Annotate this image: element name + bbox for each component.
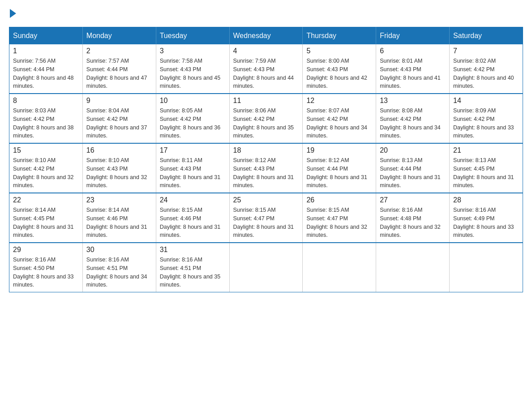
calendar-cell: 22 Sunrise: 8:14 AMSunset: 4:45 PMDaylig… [9, 193, 83, 243]
calendar-header-row: SundayMondayTuesdayWednesdayThursdayFrid… [9, 27, 523, 45]
day-info: Sunrise: 7:57 AMSunset: 4:44 PMDaylight:… [86, 58, 147, 89]
calendar-cell: 24 Sunrise: 8:15 AMSunset: 4:46 PMDaylig… [156, 193, 229, 243]
day-info: Sunrise: 8:12 AMSunset: 4:43 PMDaylight:… [233, 157, 294, 188]
day-info: Sunrise: 8:15 AMSunset: 4:46 PMDaylight:… [160, 207, 221, 238]
day-number: 5 [306, 47, 372, 55]
calendar-cell: 5 Sunrise: 8:00 AMSunset: 4:43 PMDayligh… [303, 44, 376, 94]
calendar-cell [229, 243, 303, 292]
calendar-cell [450, 243, 523, 292]
day-info: Sunrise: 8:12 AMSunset: 4:44 PMDaylight:… [306, 157, 367, 188]
day-info: Sunrise: 8:16 AMSunset: 4:48 PMDaylight:… [380, 207, 441, 238]
weekday-header-monday: Monday [82, 27, 156, 45]
day-info: Sunrise: 8:15 AMSunset: 4:47 PMDaylight:… [306, 207, 367, 238]
day-info: Sunrise: 8:16 AMSunset: 4:51 PMDaylight:… [160, 257, 221, 288]
day-info: Sunrise: 8:13 AMSunset: 4:45 PMDaylight:… [453, 157, 514, 188]
day-number: 8 [13, 97, 79, 105]
day-number: 4 [233, 47, 299, 55]
calendar-cell [376, 243, 450, 292]
day-info: Sunrise: 8:04 AMSunset: 4:42 PMDaylight:… [86, 107, 147, 139]
calendar-cell: 27 Sunrise: 8:16 AMSunset: 4:48 PMDaylig… [376, 193, 450, 243]
day-info: Sunrise: 8:01 AMSunset: 4:43 PMDaylight:… [380, 58, 441, 89]
calendar-cell: 23 Sunrise: 8:14 AMSunset: 4:46 PMDaylig… [82, 193, 156, 243]
day-number: 19 [306, 146, 372, 154]
weekday-header-friday: Friday [376, 27, 450, 45]
day-number: 29 [13, 246, 79, 254]
calendar-week-row: 1 Sunrise: 7:56 AMSunset: 4:44 PMDayligh… [9, 44, 523, 94]
day-number: 23 [86, 196, 152, 204]
calendar-cell: 26 Sunrise: 8:15 AMSunset: 4:47 PMDaylig… [303, 193, 376, 243]
day-number: 14 [453, 97, 519, 105]
calendar-cell: 14 Sunrise: 8:09 AMSunset: 4:42 PMDaylig… [450, 94, 523, 143]
calendar-cell [303, 243, 376, 292]
day-info: Sunrise: 8:16 AMSunset: 4:50 PMDaylight:… [13, 257, 74, 288]
calendar-cell: 28 Sunrise: 8:16 AMSunset: 4:49 PMDaylig… [450, 193, 523, 243]
calendar-cell: 12 Sunrise: 8:07 AMSunset: 4:42 PMDaylig… [303, 94, 376, 143]
day-info: Sunrise: 8:15 AMSunset: 4:47 PMDaylight:… [233, 207, 294, 238]
day-info: Sunrise: 7:59 AMSunset: 4:43 PMDaylight:… [233, 58, 294, 89]
weekday-header-tuesday: Tuesday [156, 27, 229, 45]
calendar-cell: 2 Sunrise: 7:57 AMSunset: 4:44 PMDayligh… [82, 44, 156, 94]
day-info: Sunrise: 8:06 AMSunset: 4:42 PMDaylight:… [233, 107, 294, 139]
day-number: 18 [233, 146, 299, 154]
day-number: 17 [160, 146, 226, 154]
day-info: Sunrise: 8:16 AMSunset: 4:49 PMDaylight:… [453, 207, 514, 238]
day-info: Sunrise: 8:10 AMSunset: 4:42 PMDaylight:… [13, 157, 74, 188]
calendar-cell: 20 Sunrise: 8:13 AMSunset: 4:44 PMDaylig… [376, 143, 450, 193]
calendar-week-row: 22 Sunrise: 8:14 AMSunset: 4:45 PMDaylig… [9, 193, 523, 243]
calendar-cell: 9 Sunrise: 8:04 AMSunset: 4:42 PMDayligh… [82, 94, 156, 143]
calendar-cell: 30 Sunrise: 8:16 AMSunset: 4:51 PMDaylig… [82, 243, 156, 292]
calendar-cell: 13 Sunrise: 8:08 AMSunset: 4:42 PMDaylig… [376, 94, 450, 143]
day-info: Sunrise: 8:16 AMSunset: 4:51 PMDaylight:… [86, 257, 147, 288]
day-number: 12 [306, 97, 372, 105]
day-number: 3 [160, 47, 226, 55]
calendar-week-row: 8 Sunrise: 8:03 AMSunset: 4:42 PMDayligh… [9, 94, 523, 143]
day-info: Sunrise: 8:11 AMSunset: 4:43 PMDaylight:… [160, 157, 221, 188]
calendar-cell: 16 Sunrise: 8:10 AMSunset: 4:43 PMDaylig… [82, 143, 156, 193]
calendar-cell: 25 Sunrise: 8:15 AMSunset: 4:47 PMDaylig… [229, 193, 303, 243]
logo-arrow-icon [10, 9, 16, 18]
day-info: Sunrise: 8:07 AMSunset: 4:42 PMDaylight:… [306, 107, 367, 139]
calendar-cell: 18 Sunrise: 8:12 AMSunset: 4:43 PMDaylig… [229, 143, 303, 193]
day-info: Sunrise: 8:13 AMSunset: 4:44 PMDaylight:… [380, 157, 441, 188]
day-info: Sunrise: 8:09 AMSunset: 4:42 PMDaylight:… [453, 107, 514, 139]
day-number: 6 [380, 47, 446, 55]
day-number: 1 [13, 47, 79, 55]
day-number: 9 [86, 97, 152, 105]
day-info: Sunrise: 8:14 AMSunset: 4:46 PMDaylight:… [86, 207, 147, 238]
calendar-cell: 7 Sunrise: 8:02 AMSunset: 4:42 PMDayligh… [450, 44, 523, 94]
weekday-header-wednesday: Wednesday [229, 27, 303, 45]
calendar-cell: 3 Sunrise: 7:58 AMSunset: 4:43 PMDayligh… [156, 44, 229, 94]
page-header [9, 9, 523, 18]
calendar-cell: 21 Sunrise: 8:13 AMSunset: 4:45 PMDaylig… [450, 143, 523, 193]
day-info: Sunrise: 8:00 AMSunset: 4:43 PMDaylight:… [306, 58, 367, 89]
day-info: Sunrise: 8:05 AMSunset: 4:42 PMDaylight:… [160, 107, 221, 139]
day-number: 11 [233, 97, 299, 105]
calendar-cell: 10 Sunrise: 8:05 AMSunset: 4:42 PMDaylig… [156, 94, 229, 143]
day-info: Sunrise: 8:08 AMSunset: 4:42 PMDaylight:… [380, 107, 441, 139]
day-number: 24 [160, 196, 226, 204]
day-info: Sunrise: 8:14 AMSunset: 4:45 PMDaylight:… [13, 207, 74, 238]
day-number: 7 [453, 47, 519, 55]
calendar-cell: 6 Sunrise: 8:01 AMSunset: 4:43 PMDayligh… [376, 44, 450, 94]
calendar-cell: 19 Sunrise: 8:12 AMSunset: 4:44 PMDaylig… [303, 143, 376, 193]
day-number: 21 [453, 146, 519, 154]
calendar-cell: 4 Sunrise: 7:59 AMSunset: 4:43 PMDayligh… [229, 44, 303, 94]
calendar-cell: 1 Sunrise: 7:56 AMSunset: 4:44 PMDayligh… [9, 44, 83, 94]
weekday-header-sunday: Sunday [9, 27, 83, 45]
day-info: Sunrise: 7:58 AMSunset: 4:43 PMDaylight:… [160, 58, 221, 89]
day-number: 16 [86, 146, 152, 154]
calendar-week-row: 15 Sunrise: 8:10 AMSunset: 4:42 PMDaylig… [9, 143, 523, 193]
day-number: 10 [160, 97, 226, 105]
day-number: 27 [380, 196, 446, 204]
calendar-cell: 8 Sunrise: 8:03 AMSunset: 4:42 PMDayligh… [9, 94, 83, 143]
calendar-week-row: 29 Sunrise: 8:16 AMSunset: 4:50 PMDaylig… [9, 243, 523, 292]
day-number: 30 [86, 246, 152, 254]
day-number: 31 [160, 246, 226, 254]
calendar-cell: 11 Sunrise: 8:06 AMSunset: 4:42 PMDaylig… [229, 94, 303, 143]
day-number: 13 [380, 97, 446, 105]
logo [9, 9, 17, 18]
day-number: 26 [306, 196, 372, 204]
day-info: Sunrise: 8:02 AMSunset: 4:42 PMDaylight:… [453, 58, 514, 89]
calendar-cell: 17 Sunrise: 8:11 AMSunset: 4:43 PMDaylig… [156, 143, 229, 193]
weekday-header-thursday: Thursday [303, 27, 376, 45]
